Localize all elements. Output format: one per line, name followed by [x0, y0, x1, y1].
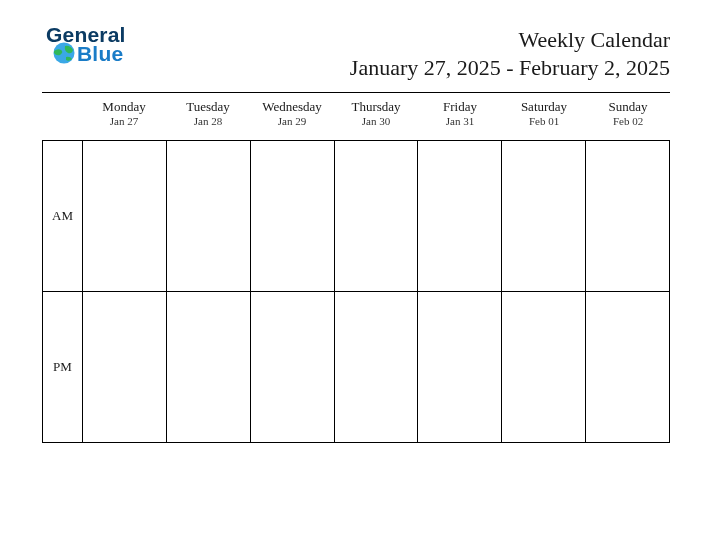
calendar-cell [418, 292, 502, 443]
day-date: Jan 31 [418, 114, 502, 128]
am-label: AM [43, 141, 83, 292]
calendar-cell [166, 141, 250, 292]
day-header: Tuesday Jan 28 [166, 96, 250, 140]
page-title: Weekly Calendar [350, 26, 670, 54]
top-rule [42, 92, 670, 93]
calendar-cell [334, 292, 418, 443]
calendar-cell [418, 141, 502, 292]
am-row: AM [43, 141, 670, 292]
day-name: Saturday [502, 100, 586, 114]
day-header: Thursday Jan 30 [334, 96, 418, 140]
calendar-cell [586, 292, 670, 443]
day-name: Wednesday [250, 100, 334, 114]
day-name: Tuesday [166, 100, 250, 114]
pm-row: PM [43, 292, 670, 443]
day-name: Thursday [334, 100, 418, 114]
day-date: Jan 29 [250, 114, 334, 128]
calendar-cell [502, 292, 586, 443]
title-block: Weekly Calendar January 27, 2025 - Febru… [350, 26, 670, 81]
pm-label: PM [43, 292, 83, 443]
day-date: Feb 02 [586, 114, 670, 128]
calendar-cell [250, 292, 334, 443]
calendar-cell [586, 141, 670, 292]
day-date: Jan 28 [166, 114, 250, 128]
calendar-cell [83, 292, 167, 443]
date-range: January 27, 2025 - February 2, 2025 [350, 54, 670, 82]
day-name: Friday [418, 100, 502, 114]
day-header: Saturday Feb 01 [502, 96, 586, 140]
day-header: Wednesday Jan 29 [250, 96, 334, 140]
calendar-cell [334, 141, 418, 292]
day-date: Jan 27 [82, 114, 166, 128]
brand-logo: General Blue [46, 24, 156, 72]
day-header: Sunday Feb 02 [586, 96, 670, 140]
day-date: Feb 01 [502, 114, 586, 128]
calendar: Monday Jan 27 Tuesday Jan 28 Wednesday J… [42, 96, 670, 443]
day-date: Jan 30 [334, 114, 418, 128]
logo-word-blue: Blue [77, 43, 123, 64]
day-name: Sunday [586, 100, 670, 114]
calendar-cell [166, 292, 250, 443]
globe-icon [52, 41, 76, 65]
calendar-cell [83, 141, 167, 292]
day-header: Monday Jan 27 [82, 96, 166, 140]
calendar-cell [502, 141, 586, 292]
calendar-cell [250, 141, 334, 292]
calendar-grid: AM PM [42, 140, 670, 443]
day-name: Monday [82, 100, 166, 114]
day-header: Friday Jan 31 [418, 96, 502, 140]
weekly-calendar-page: General Blue Weekly Calendar January 27,… [0, 0, 712, 550]
day-header-row: Monday Jan 27 Tuesday Jan 28 Wednesday J… [42, 96, 670, 140]
